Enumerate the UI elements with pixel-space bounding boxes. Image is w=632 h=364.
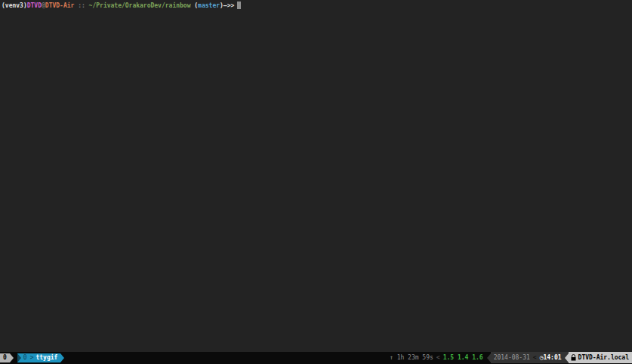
load-average-value: 1.5 1.4 1.6 xyxy=(443,354,483,361)
prompt-separator: :: xyxy=(74,2,88,9)
git-branch-name: master xyxy=(198,2,220,9)
session-index-label: 0 xyxy=(3,354,7,361)
date-value: 2014-08-31 xyxy=(494,354,530,361)
chevron-left-icon: < xyxy=(530,354,540,361)
status-right-group: ↑ 1h 23m 59s < 1.5 1.4 1.6 2014-08-31 < … xyxy=(390,352,632,363)
prompt-arrows: —>> xyxy=(224,2,234,9)
shell-prompt: (venv3)DTVD@DTVD-Air :: ~/Private/Orakar… xyxy=(0,0,632,11)
prompt-cwd-path: ~/Private/OrakaroDev/rainbow xyxy=(89,2,191,9)
prompt-hostname: DTVD-Air xyxy=(45,2,75,9)
lock-icon xyxy=(571,354,576,361)
terminal-screen[interactable]: (venv3)DTVD@DTVD-Air :: ~/Private/Orakar… xyxy=(0,0,632,352)
hostname-label: DTVD-Air.local xyxy=(578,354,629,361)
time-value: 14:01 xyxy=(543,354,564,361)
tmux-status-bar: 0 0 > ttygif ↑ 1h 23m 59s < 1.5 1.4 1.6 … xyxy=(0,352,632,363)
powerline-arrow-session-icon xyxy=(10,353,14,362)
window-name-label: ttygif xyxy=(35,354,60,361)
powerline-arrow-window-end-icon xyxy=(60,353,64,362)
virtualenv-label: (venv3) xyxy=(2,2,27,9)
window-separator-icon: > xyxy=(29,354,35,361)
hostname-segment: DTVD-Air.local xyxy=(569,352,632,363)
terminal-cursor xyxy=(237,2,241,9)
chevron-left-icon: < xyxy=(433,354,443,361)
session-index-badge[interactable]: 0 xyxy=(0,353,10,362)
window-tab-ttygif[interactable]: 0 > ttygif xyxy=(17,353,61,362)
branch-paren-open: ( xyxy=(190,2,198,9)
uptime-text: 1h 23m 59s xyxy=(397,354,433,361)
date-time-segment: 2014-08-31 < ◷ 14:01 xyxy=(491,352,569,363)
prompt-username: DTVD xyxy=(27,2,42,9)
window-index-label: 0 xyxy=(21,354,29,361)
